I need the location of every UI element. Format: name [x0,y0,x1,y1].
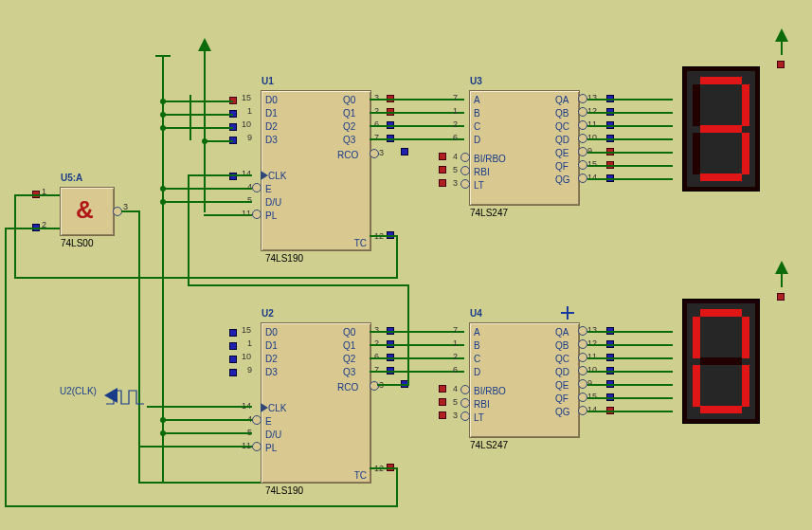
ref-u1: U1 [262,76,274,86]
part-u2: 74LS190 [265,485,303,496]
schematic-canvas[interactable]: U5:A 74LS00 & 1 2 3 U1 74LS190 TC D0 D1 … [0,0,812,530]
seven-segment-bottom[interactable] [682,299,760,424]
seg-g [700,125,742,133]
wire [138,210,140,484]
seg-f [693,84,700,126]
probe-wave-icon [104,385,152,406]
wire [121,210,140,212]
part-u4: 74LS247 [470,440,508,450]
part-u3: 74LS247 [470,208,508,218]
seg-f [693,317,700,358]
seg-e [693,365,700,407]
seg-b [742,317,749,358]
ref-u4: U4 [470,308,482,319]
wire [138,482,262,484]
power-arrow-left [198,38,211,51]
u1-tc: TC [354,238,367,248]
wire [781,42,783,55]
part-u5a: 74LS00 [61,238,93,248]
seg-b [742,84,749,126]
seg-c [742,365,749,407]
power-arrow-right-2 [775,261,788,274]
ref-u5a: U5:A [61,173,82,183]
seg-a [700,77,742,84]
svg-marker-0 [104,388,117,403]
seg-d [700,406,742,413]
cursor-crosshair [561,306,574,320]
part-u1: 74LS190 [265,253,303,264]
ref-u3: U3 [470,76,482,86]
ref-u2: U2 [262,308,274,319]
seg-e [693,133,700,174]
clk-edge-u1 [261,171,268,180]
clk-edge-u2 [261,403,268,412]
power-arrow-right [775,28,788,42]
gate-u5a[interactable]: U5:A 74LS00 & [60,187,115,236]
seg-d [700,174,742,181]
probe-label: U2(CLK) [60,386,97,396]
seg-a [700,309,742,317]
seg-c [742,133,749,174]
nand-symbol: & [76,195,94,225]
u1-pl: D0 [265,95,278,105]
seg-g [700,357,742,365]
seven-segment-top[interactable] [682,66,760,192]
